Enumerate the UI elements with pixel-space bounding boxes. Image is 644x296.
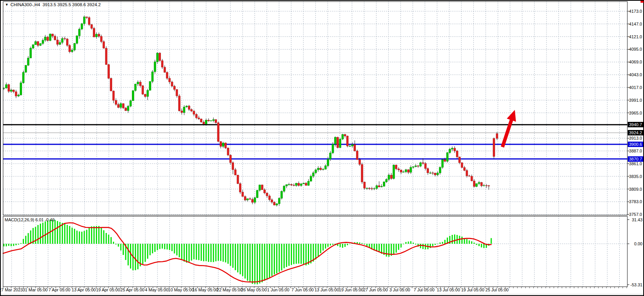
candle bbox=[478, 183, 480, 184]
candle bbox=[386, 180, 388, 182]
candle bbox=[276, 204, 278, 205]
candle bbox=[135, 84, 137, 91]
candle bbox=[193, 111, 195, 114]
candle bbox=[259, 185, 261, 190]
date-tick-label: 31 Mar 05:00 bbox=[22, 287, 48, 292]
price-tick-label: 3783.0 bbox=[629, 199, 642, 204]
candle bbox=[383, 182, 385, 186]
candle bbox=[451, 148, 453, 149]
candle bbox=[237, 175, 239, 183]
candle bbox=[249, 199, 251, 200]
candle bbox=[307, 181, 309, 185]
candle bbox=[369, 188, 371, 188]
candle bbox=[32, 44, 34, 48]
candle bbox=[290, 185, 292, 185]
candle bbox=[239, 184, 241, 192]
candle bbox=[42, 40, 44, 43]
candle bbox=[227, 148, 229, 155]
candle bbox=[234, 169, 236, 175]
candle bbox=[337, 137, 339, 148]
candle bbox=[59, 43, 61, 44]
date-tick-label: 7 Apr 05:00 bbox=[49, 287, 70, 292]
candle bbox=[20, 83, 22, 95]
candle bbox=[322, 169, 324, 169]
candle bbox=[325, 166, 326, 169]
candle bbox=[103, 42, 105, 48]
candle bbox=[127, 106, 129, 110]
candle bbox=[37, 41, 39, 45]
candle bbox=[471, 176, 473, 181]
candle bbox=[130, 101, 132, 106]
candle bbox=[210, 121, 212, 121]
candle bbox=[446, 152, 448, 161]
date-tick-label: 19 Jul 05:00 bbox=[461, 287, 484, 292]
candle bbox=[220, 142, 222, 147]
candle bbox=[30, 48, 32, 58]
date-tick-label: 19 Apr 05:00 bbox=[96, 287, 120, 292]
candle bbox=[434, 173, 436, 175]
candle bbox=[463, 168, 465, 171]
candle bbox=[69, 45, 71, 52]
price-tick-label: 3991.0 bbox=[629, 98, 642, 103]
candle bbox=[466, 171, 468, 176]
candle bbox=[342, 134, 343, 139]
trading-chart-window: 4173.04147.04121.04095.04069.04043.04017… bbox=[0, 0, 644, 296]
chart-title: ▼CHINA300-,H4 3913.5 3925.5 3908.6 3924.… bbox=[5, 2, 101, 7]
candle bbox=[154, 62, 156, 72]
candle bbox=[261, 185, 263, 190]
candle bbox=[176, 89, 178, 96]
candle bbox=[410, 167, 412, 172]
candle bbox=[256, 190, 258, 198]
chart-canvas[interactable]: 4173.04147.04121.04095.04069.04043.04017… bbox=[0, 0, 644, 296]
candle bbox=[247, 199, 249, 200]
candle bbox=[388, 175, 390, 179]
candle bbox=[437, 173, 439, 175]
candle bbox=[225, 143, 227, 148]
candle bbox=[473, 181, 475, 186]
candle bbox=[332, 144, 334, 153]
candle bbox=[293, 185, 295, 185]
candle bbox=[456, 151, 458, 157]
candle bbox=[400, 170, 402, 172]
price-tick-label: 4095.0 bbox=[629, 47, 642, 51]
candle bbox=[266, 193, 268, 196]
candle bbox=[378, 186, 380, 187]
candle bbox=[300, 184, 302, 186]
candle bbox=[49, 34, 51, 41]
candle bbox=[34, 41, 36, 44]
symbol-dropdown-icon[interactable]: ▼ bbox=[5, 3, 9, 7]
candle bbox=[76, 36, 78, 43]
candle bbox=[152, 72, 154, 81]
candle bbox=[125, 108, 127, 111]
candle bbox=[334, 137, 336, 144]
candle bbox=[169, 78, 171, 82]
candle bbox=[10, 90, 12, 91]
candle bbox=[366, 188, 368, 188]
candle bbox=[424, 163, 426, 168]
candle bbox=[83, 17, 85, 24]
candle bbox=[310, 176, 312, 181]
candle bbox=[5, 85, 7, 88]
candle bbox=[288, 185, 290, 185]
candle bbox=[354, 144, 356, 151]
candle bbox=[71, 50, 73, 51]
symbol-ohlc-text: CHINA300-,H4 3913.5 3925.5 3908.6 3924.2 bbox=[10, 2, 101, 7]
candle bbox=[161, 61, 163, 67]
candle bbox=[407, 170, 409, 173]
date-tick-label: 10 May 05:00 bbox=[168, 287, 194, 292]
candle bbox=[313, 173, 314, 176]
candle bbox=[208, 120, 210, 121]
candle bbox=[115, 101, 117, 104]
support-level-2-badge: 3870.7 bbox=[628, 156, 643, 162]
candle bbox=[191, 110, 193, 111]
candle bbox=[22, 72, 24, 83]
candle bbox=[147, 90, 149, 96]
candle bbox=[283, 186, 285, 191]
candle bbox=[54, 36, 56, 40]
date-tick-label: 27 Mar 2023 bbox=[0, 287, 23, 292]
candle bbox=[91, 25, 92, 28]
price-tick-label: 3887.0 bbox=[629, 149, 642, 153]
candle bbox=[273, 202, 275, 205]
candle bbox=[281, 191, 283, 198]
price-tick-label: 3835.0 bbox=[629, 174, 642, 179]
